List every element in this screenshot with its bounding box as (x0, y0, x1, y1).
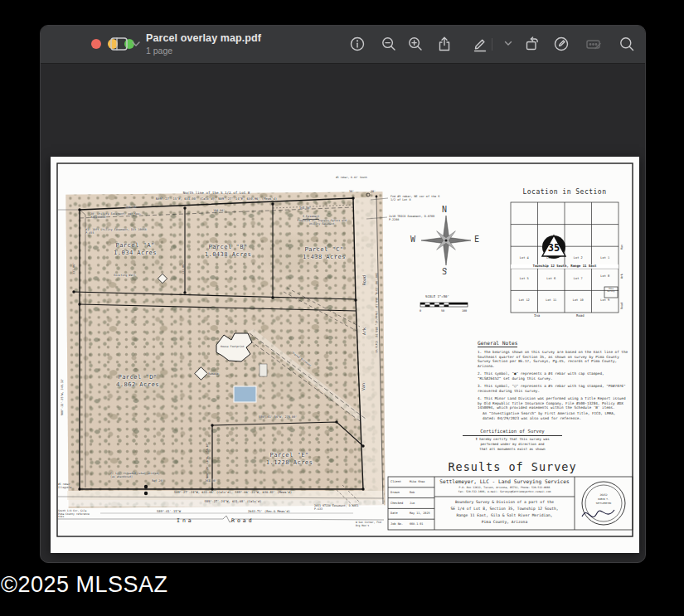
share-button[interactable] (434, 33, 455, 55)
compass-s: S (442, 267, 447, 277)
search-button[interactable] (616, 33, 638, 55)
lis-side-van: Van (621, 245, 624, 250)
fnd-ne-note: Fnd #5 rebar, NE cor of the S 1/2 of Lot… (391, 195, 442, 201)
lis-side-ark: Ark (621, 274, 624, 279)
compass-w: W (410, 235, 415, 245)
field-client-value: Mike Shea (410, 480, 424, 483)
markup-button[interactable] (469, 33, 491, 55)
zoom-out-button[interactable] (378, 33, 400, 55)
certification-line3: that all monuments exist as shown (458, 448, 566, 452)
lis-title: Location in Section (502, 188, 627, 196)
seal-surname: SETTLEMEYER (587, 502, 620, 505)
scale-label: SCALE 1"=50' (425, 295, 449, 299)
certification-heading: Certification of Survey (463, 429, 562, 436)
field-jobno-label: Job No. (391, 522, 403, 526)
parcel-c-name: Parcel "C" (289, 246, 359, 253)
window-subtitle: 1 page (146, 46, 172, 56)
info-button[interactable] (347, 33, 368, 55)
section-number: 35 (548, 242, 560, 254)
close-button[interactable] (91, 39, 101, 49)
scale-tick-50: 50 (441, 309, 444, 313)
e-west-dim-label: N00°-26'-10"W, 250.07' (206, 442, 210, 478)
south-bearing2-label: S89°-27'-24"W, 631.08' (Calc'd) (167, 500, 299, 503)
parcel-b-name: Parcel "B" (193, 244, 263, 250)
divider-dim-label: 131.06' (182, 263, 185, 274)
dim-ref: Ref 20' (152, 479, 163, 483)
sidebar-toggle-button[interactable] (109, 33, 142, 55)
west-dim2-label: 331.06' (72, 263, 75, 274)
note-item: An "Investigative Search" by First Ameri… (478, 411, 629, 420)
lis-lot10: Lot 10 (565, 298, 592, 302)
lis-road: Road (576, 314, 585, 318)
dim-164: 164.00' (299, 206, 311, 210)
scale-tick-0: 0 (420, 309, 421, 313)
note-item: 3. This symbol, "○" represents a #5 reba… (478, 384, 629, 393)
north-bearing-label: N89°-27'-15"E, 631.00' (Calc'd), N89°-27… (129, 197, 303, 201)
field-checked-value: Jim (410, 502, 415, 505)
offset-30-right: 30' (371, 190, 376, 193)
pdf-scroll-area[interactable]: North line of the S 1/2 of Lot 8 N89°-27… (41, 64, 645, 562)
easement-a1-note: 30' Utility Easement, per Seq. #20140060 (90, 212, 150, 219)
note-item: 4. This Minor Land Division was performe… (478, 396, 629, 410)
section-35-marker: 35 (536, 229, 573, 266)
fill-and-sign-button[interactable] (551, 33, 572, 55)
window-title: Parcel overlay map.pdf (146, 32, 261, 44)
zoom-in-icon (407, 36, 424, 52)
survey-desc2: SE 1/4 of Lot 8, Section 35, Township 12… (435, 507, 574, 512)
markup-pencil-icon (472, 36, 488, 52)
road-label-van: Van (361, 383, 366, 390)
lis-lot8: Lot 8 (592, 274, 619, 278)
south-cor-note: South 1/4 Cor, Gila Pima County referenc… (58, 510, 90, 519)
easement-a2-note: #1: 10ft Utility Easement, Dkt 10068 P.4… (85, 228, 148, 235)
parcel-a-area: 1.034 Acres (100, 250, 170, 256)
rotate-left-icon (524, 36, 541, 52)
threaded-rebar-note: F. 1/2" threaded rebar pointed, (as aban… (110, 473, 165, 479)
well-label: Existing Well (114, 274, 136, 277)
note-item: 2. This symbol, "●" represents a #4 reba… (478, 371, 629, 381)
house-label: House Footprint (221, 346, 245, 349)
parcel-e-area: 1.1228 Acres (255, 459, 324, 466)
share-icon (436, 36, 453, 52)
ina-road-label: Road (231, 518, 255, 525)
east-bearing-label: S00°-08'-23"E, 860.18' (Meas'd), 859.76'… (374, 273, 377, 353)
pen-circle-icon (553, 36, 570, 52)
dim-264: 264.96' (125, 206, 137, 209)
rebar-sw-note: #5 rebar Illegible (58, 483, 80, 489)
north-line-label: North line of the S 1/2 of Lot 8 (150, 191, 283, 195)
lis-lot5: Lot 5 (511, 277, 538, 280)
text-box-icon (585, 36, 602, 52)
field-date-value: May 11, 2025 (410, 512, 430, 515)
ina-distance-label: 2643.71' (Rec.& Meas'd) (248, 510, 290, 513)
field-drawn-label: Drawn (391, 491, 400, 494)
general-notes-list: 1. The bearings shown on this survey are… (478, 350, 629, 424)
lis-lot6: Lot 6 (538, 277, 565, 280)
survey-desc3: Range 11 East, Gila & Salt River Meridia… (435, 513, 574, 518)
chevron-down-icon (504, 41, 512, 47)
text-annotation-button[interactable] (583, 33, 604, 55)
field-drawn-value: Rob (410, 491, 415, 494)
lis-lot1: Lot 1 (592, 256, 619, 259)
lis-lot9: Lot 9 (592, 298, 619, 302)
ina-label: Ina (177, 518, 194, 525)
parcel-e-name: Parcel "E" (255, 452, 324, 458)
dim-104: 104.04' (213, 209, 225, 212)
parcel-c-area: 1.438 Acres (289, 254, 359, 260)
parcel-d-name: Parcel "D" (103, 374, 172, 381)
sec-cor-note: W Sec Corner, Fnd Brg Mon't (356, 521, 382, 527)
info-icon (349, 36, 366, 52)
search-icon (619, 36, 635, 52)
field-jobno-value: 668-1-91 (410, 522, 423, 526)
compass-e: E (474, 235, 479, 245)
toolbar-divider (492, 38, 492, 51)
field-checked-label: Checked (391, 502, 403, 505)
firm-name: Settlemeyer, LLC - Land Surveying Servic… (435, 478, 574, 484)
markup-options-button[interactable] (497, 33, 519, 55)
pdf-page: North line of the S 1/2 of Lot 8 N89°-27… (51, 157, 639, 553)
lis-lot4: Lot 4 (511, 256, 538, 259)
zoom-in-button[interactable] (405, 33, 426, 55)
general-notes-heading: General Notes (478, 340, 517, 347)
south-bearing1-label: S89°-27'-24"W, 631.08' (Calc'd), S89°-06… (142, 491, 324, 494)
note-item: 1. The bearings shown on this survey are… (478, 350, 629, 369)
rotate-button[interactable] (521, 33, 543, 55)
seal-name: ROBIN T. (590, 498, 617, 501)
